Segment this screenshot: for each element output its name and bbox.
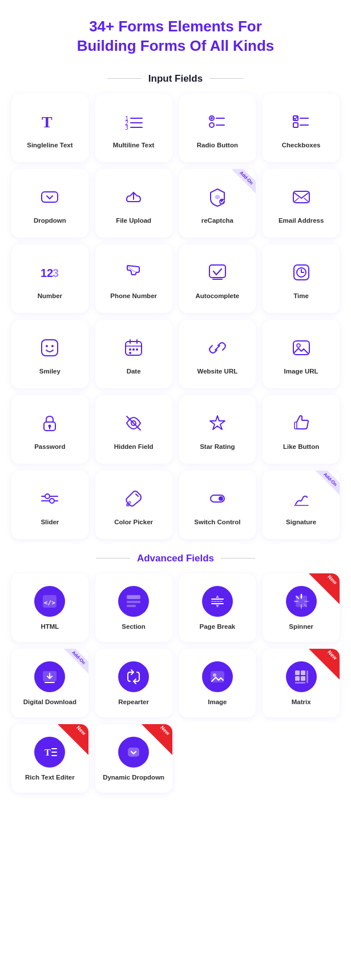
switch-control-icon xyxy=(204,485,231,512)
number-label: Number xyxy=(38,292,62,300)
card-color-picker[interactable]: Color Picker xyxy=(95,471,172,539)
divider-right xyxy=(209,78,244,79)
digital-download-label: Digital Download xyxy=(23,698,76,706)
html-label: HTML xyxy=(41,622,59,631)
card-dynamic-dropdown[interactable]: New Dynamic Dropdown xyxy=(95,724,172,793)
svg-rect-60 xyxy=(127,605,136,607)
color-picker-label: Color Picker xyxy=(114,518,153,527)
card-website-url[interactable]: Website URL xyxy=(179,320,256,388)
card-number[interactable]: 12 3 Number xyxy=(11,244,88,313)
card-radio-button[interactable]: Radio Button xyxy=(179,94,256,162)
card-like-button[interactable]: Like Button xyxy=(263,395,340,464)
svg-line-21 xyxy=(304,198,308,202)
svg-point-36 xyxy=(132,348,135,351)
radio-button-label: Radio Button xyxy=(197,141,238,150)
card-slider[interactable]: Slider xyxy=(11,471,88,539)
card-hidden-field[interactable]: Hidden Field xyxy=(95,395,172,464)
card-switch-control[interactable]: Switch Control xyxy=(179,471,256,539)
input-fields-label: Input Fields xyxy=(148,73,203,85)
svg-point-48 xyxy=(45,494,50,499)
like-button-icon xyxy=(288,409,315,437)
svg-text:12: 12 xyxy=(41,267,53,279)
page-break-label: Page Break xyxy=(200,622,236,631)
card-singleline-text[interactable]: T Singleline Text xyxy=(11,94,88,162)
card-spinner[interactable]: New Spinner xyxy=(263,573,340,642)
svg-rect-58 xyxy=(127,595,140,599)
checkboxes-icon xyxy=(288,108,315,135)
spinner-label: Spinner xyxy=(289,622,313,631)
svg-point-10 xyxy=(209,123,214,127)
card-signature[interactable]: Add-On Signature xyxy=(263,471,340,539)
website-url-icon xyxy=(204,334,231,362)
card-dropdown[interactable]: Dropdown xyxy=(11,169,88,238)
password-label: Password xyxy=(34,443,65,451)
svg-rect-79 xyxy=(301,670,305,675)
card-autocomplete[interactable]: Autocomplete xyxy=(179,244,256,313)
card-email-address[interactable]: Email Address xyxy=(263,169,340,238)
card-repearter[interactable]: Repearter xyxy=(95,649,172,717)
repearter-label: Repearter xyxy=(118,698,149,706)
svg-rect-59 xyxy=(127,601,140,603)
card-recaptcha[interactable]: Add-On reCaptcha xyxy=(179,169,256,238)
svg-point-30 xyxy=(51,345,54,347)
matrix-label: Matrix xyxy=(292,698,311,706)
svg-rect-14 xyxy=(293,123,298,127)
image-label: Image xyxy=(208,698,227,706)
card-password[interactable]: Password xyxy=(11,395,88,464)
svg-rect-24 xyxy=(209,265,225,278)
star-rating-icon xyxy=(204,409,231,437)
card-smiley[interactable]: Smiley xyxy=(11,320,88,388)
section-icon xyxy=(118,586,149,617)
card-html[interactable]: </> HTML xyxy=(11,573,88,642)
singleline-text-icon: T xyxy=(36,108,63,135)
card-time[interactable]: Time xyxy=(263,244,340,313)
card-phone-number[interactable]: Phone Number xyxy=(95,244,172,313)
repearter-icon xyxy=(118,661,149,692)
card-multiline-text[interactable]: 1 2 3 Multiline Text xyxy=(95,94,172,162)
recaptcha-label: reCaptcha xyxy=(201,216,233,225)
card-star-rating[interactable]: Star Rating xyxy=(179,395,256,464)
card-digital-download[interactable]: Add-On Digital Download xyxy=(11,649,88,717)
svg-point-38 xyxy=(129,352,131,354)
svg-text:3: 3 xyxy=(53,267,59,279)
phone-number-label: Phone Number xyxy=(110,292,157,300)
svg-marker-65 xyxy=(216,605,219,608)
file-upload-icon xyxy=(120,183,147,211)
addon-badge-digital-download: Add-On xyxy=(57,649,88,681)
svg-point-50 xyxy=(50,499,54,503)
html-icon: </> xyxy=(34,586,65,617)
card-matrix[interactable]: New Matrix xyxy=(263,649,340,717)
svg-rect-82 xyxy=(306,670,308,683)
card-page-break[interactable]: Page Break xyxy=(179,573,256,642)
number-icon: 12 3 xyxy=(36,259,63,286)
svg-rect-28 xyxy=(42,340,58,356)
file-upload-label: File Upload xyxy=(116,216,151,225)
svg-point-8 xyxy=(211,117,213,119)
card-image-url[interactable]: Image URL xyxy=(263,320,340,388)
signature-label: Signature xyxy=(286,518,316,527)
card-file-upload[interactable]: File Upload xyxy=(95,169,172,238)
svg-text:T: T xyxy=(45,748,51,757)
input-fields-header: Input Fields xyxy=(11,73,340,85)
card-section[interactable]: Section xyxy=(95,573,172,642)
svg-line-20 xyxy=(294,198,298,202)
adv-divider-left xyxy=(96,558,130,559)
star-rating-label: Star Rating xyxy=(200,443,235,451)
card-rich-text-editor[interactable]: New T Rich Text Editer xyxy=(11,724,88,793)
email-address-label: Email Address xyxy=(279,216,324,225)
email-address-icon xyxy=(288,183,315,211)
slider-label: Slider xyxy=(41,518,59,527)
advanced-fields-header: Advanced Fields xyxy=(11,553,340,564)
website-url-label: Website URL xyxy=(197,367,238,376)
input-fields-grid: T Singleline Text 1 2 3 Multiline Text xyxy=(11,94,340,539)
card-checkboxes[interactable]: Checkboxes xyxy=(263,94,340,162)
time-icon xyxy=(288,259,315,286)
hidden-field-label: Hidden Field xyxy=(114,443,154,451)
image-url-label: Image URL xyxy=(284,367,318,376)
svg-point-29 xyxy=(46,345,48,347)
svg-point-35 xyxy=(129,348,131,351)
advanced-fields-grid: </> HTML Section Page Break xyxy=(11,573,340,793)
date-icon xyxy=(120,334,147,362)
card-image[interactable]: Image xyxy=(179,649,256,717)
card-date[interactable]: Date xyxy=(95,320,172,388)
